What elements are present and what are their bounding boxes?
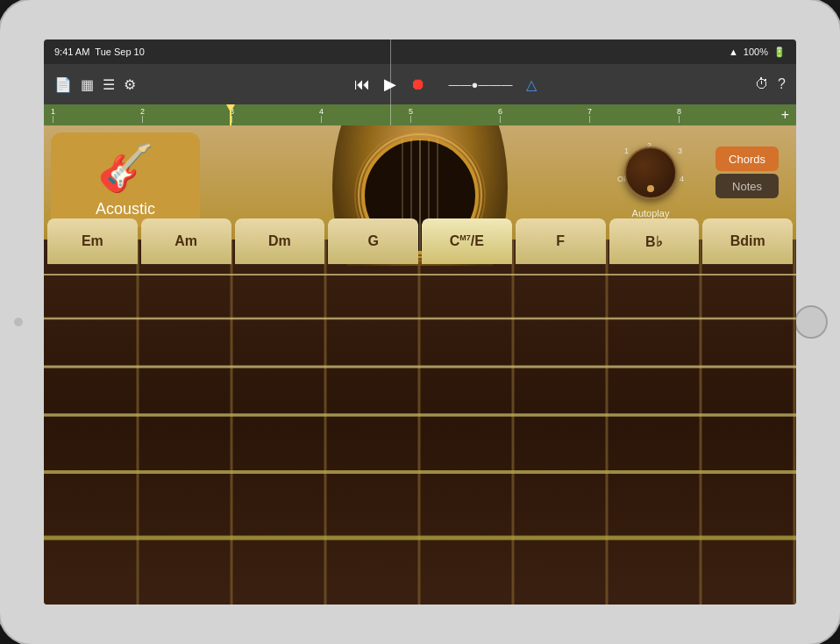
- toolbar: 📄 ▦ ☰ ⚙ ⏮ ▶ ⏺ ——●——— △ ⏱ ?: [44, 64, 796, 104]
- chord-bdim-label: Bdim: [730, 233, 765, 249]
- chords-button[interactable]: Chords: [715, 147, 779, 171]
- status-right: ▲ 100% 🔋: [729, 47, 786, 58]
- new-button[interactable]: 📄: [54, 76, 72, 93]
- knob-pos-1: 1: [624, 147, 629, 155]
- chord-bb[interactable]: B♭: [609, 218, 700, 264]
- wifi-icon: ▲: [729, 47, 738, 57]
- status-left: 9:41 AM Tue Sep 10: [54, 47, 145, 57]
- timeline-ruler: 1 2 3 4 5: [44, 104, 796, 125]
- home-button[interactable]: [794, 305, 828, 339]
- knob-pos-3: 3: [678, 147, 682, 155]
- knob-pos-4: 4: [680, 175, 684, 183]
- notes-button[interactable]: Notes: [715, 174, 779, 198]
- fretboard[interactable]: [44, 240, 796, 605]
- vertical-line: [390, 39, 391, 125]
- status-bar: 9:41 AM Tue Sep 10 ▲ 100% 🔋: [44, 39, 796, 64]
- marker-5: 5: [409, 107, 413, 123]
- ipad-screen: 9:41 AM Tue Sep 10 ▲ 100% 🔋 📄 ▦ ☰ ⚙ ⏮ ▶ …: [44, 39, 796, 605]
- help-button[interactable]: ?: [778, 76, 786, 92]
- marker-1: 1: [51, 107, 55, 123]
- time-display: 9:41 AM: [54, 47, 89, 57]
- chord-bb-label: B♭: [645, 233, 663, 250]
- chord-dm[interactable]: Dm: [235, 218, 325, 264]
- chord-f-label: F: [556, 233, 565, 249]
- chord-am[interactable]: Am: [141, 218, 231, 264]
- chord-cm7e-label: CM7/E: [450, 233, 484, 249]
- chord-dm-label: Dm: [268, 233, 291, 249]
- side-dot: [14, 318, 23, 326]
- autoplay-knob[interactable]: [624, 147, 677, 199]
- playhead: [230, 104, 231, 125]
- battery-display: 100%: [744, 47, 768, 57]
- marker-7: 7: [587, 107, 592, 123]
- marker-8: 8: [677, 107, 681, 123]
- record-button[interactable]: ⏺: [410, 75, 426, 94]
- guitar-icon: 🎸: [97, 141, 154, 195]
- timeline-add-button[interactable]: +: [781, 107, 789, 123]
- chord-g[interactable]: G: [328, 218, 418, 264]
- battery-icon: 🔋: [773, 47, 786, 58]
- marker-4: 4: [319, 107, 324, 123]
- autoplay-section: 1 2 3 4 OFF Autoplay: [619, 141, 682, 218]
- timeline-markers: 1 2 3 4 5: [51, 104, 778, 125]
- chord-f[interactable]: F: [516, 218, 606, 264]
- toolbar-left: 📄 ▦ ☰ ⚙: [54, 76, 136, 93]
- settings-button[interactable]: ⚙: [124, 76, 136, 93]
- metronome-button[interactable]: △: [526, 76, 537, 93]
- rewind-button[interactable]: ⏮: [354, 75, 370, 94]
- marker-2: 2: [140, 107, 145, 123]
- chord-am-label: Am: [174, 233, 197, 249]
- mixer-button[interactable]: ☰: [103, 76, 115, 93]
- knob-indicator: [647, 185, 654, 192]
- fret-lines-svg: [44, 240, 796, 605]
- mode-toggle: Chords Notes: [715, 147, 779, 198]
- autoplay-knob-container: 1 2 3 4 OFF: [619, 141, 682, 204]
- transport-controls: ⏮ ▶ ⏺ ——●——— △: [354, 75, 537, 94]
- chord-bdim[interactable]: Bdim: [702, 218, 793, 264]
- chord-buttons: Em Am Dm G CM7/E F B♭: [44, 211, 796, 264]
- date-display: Tue Sep 10: [95, 47, 144, 57]
- chord-em-label: Em: [82, 233, 103, 249]
- track-view-button[interactable]: ▦: [81, 76, 94, 93]
- clock-button[interactable]: ⏱: [755, 76, 769, 92]
- playhead-arrow: [226, 104, 235, 112]
- chord-cm7e[interactable]: CM7/E: [422, 218, 512, 264]
- guitar-area: 🎸 Acoustic 1 2 3 4 OFF Aut: [44, 125, 796, 605]
- ipad-frame: 9:41 AM Tue Sep 10 ▲ 100% 🔋 📄 ▦ ☰ ⚙ ⏮ ▶ …: [0, 0, 840, 644]
- toolbar-right: ⏱ ?: [755, 76, 786, 92]
- marker-6: 6: [498, 107, 502, 123]
- chord-em[interactable]: Em: [47, 218, 138, 264]
- chord-g-label: G: [367, 233, 378, 249]
- volume-slider[interactable]: ——●———: [449, 78, 513, 91]
